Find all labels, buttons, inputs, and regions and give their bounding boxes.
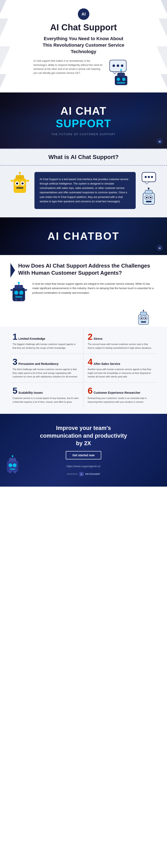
svg-point-67	[145, 317, 146, 319]
svg-rect-15	[115, 76, 127, 85]
cta-url: https://www.supportgenie.io/	[12, 465, 155, 468]
svg-rect-62	[138, 314, 149, 324]
svg-rect-30	[16, 187, 24, 189]
challenge-title-4: After-Sales Service	[93, 362, 120, 366]
powered-by-row: powered by P PIKTOCHART	[12, 472, 155, 476]
piktochart-icon: P	[79, 472, 83, 476]
svg-point-74	[13, 463, 16, 467]
svg-point-48	[148, 188, 150, 189]
svg-rect-34	[26, 180, 29, 182]
challenge-text-2: The second issue with human customer ser…	[88, 342, 155, 350]
svg-point-38	[151, 176, 153, 178]
svg-marker-6	[157, 46, 167, 69]
banner-support-text: SUPPORT	[51, 117, 116, 130]
right-decoration	[155, 0, 167, 92]
svg-rect-71	[7, 461, 18, 472]
svg-text:AI: AI	[159, 141, 161, 143]
ai-chat-support-banner: AI CHAT SUPPORT THE FUTURE OF CUSTOMER S…	[0, 92, 167, 148]
cta-section: Improve your team's communication and pr…	[0, 414, 167, 487]
cta-get-started-button[interactable]: Get started now	[66, 451, 101, 459]
what-is-left-robot	[10, 172, 29, 196]
svg-point-73	[8, 463, 12, 467]
svg-point-45	[150, 197, 152, 198]
challenge-title-2: Stress	[93, 337, 102, 340]
challenge-item-4: 4 After-Sales Service Another issue with…	[83, 354, 157, 383]
challenge-number-6: 6	[88, 386, 92, 395]
left-decoration	[0, 0, 12, 92]
banner-tagline-suffix: OF CUSTOMER SUPPORT	[73, 133, 116, 136]
svg-marker-1	[0, 19, 8, 37]
svg-point-16	[117, 78, 120, 81]
svg-marker-39	[145, 182, 149, 184]
challenge-title-1: Limited Knowledge	[18, 337, 45, 340]
challenge-item-6: 6 Customer Experience Researcher Researc…	[83, 383, 157, 407]
challenge-number-1: 1	[12, 333, 17, 341]
how-does-robot-icon	[10, 282, 27, 304]
challenge-number-3: 3	[12, 358, 17, 366]
ai-chatbot-banner: AI CHATBOT AI	[0, 217, 167, 255]
svg-rect-63	[140, 312, 147, 315]
challenge-number-5: 5	[12, 386, 17, 395]
header-section: AI AI Chat Support Everything You Need t…	[0, 0, 167, 92]
svg-rect-61	[25, 289, 27, 291]
robot-left-icon	[10, 172, 29, 195]
svg-point-13	[121, 64, 123, 67]
what-is-heading: What is AI Chat Support?	[8, 154, 159, 160]
svg-marker-3	[0, 74, 6, 88]
challenges-grid: 1 Limited Knowledge The biggest challeng…	[0, 327, 167, 414]
platform-name: PIKTOCHART	[85, 473, 100, 475]
banner-tagline-prefix: THE FUTURE	[51, 133, 73, 136]
svg-rect-41	[145, 190, 153, 194]
svg-marker-4	[161, 0, 167, 14]
svg-point-79	[12, 456, 13, 457]
svg-rect-55	[15, 296, 22, 298]
svg-rect-52	[14, 285, 23, 289]
svg-rect-76	[9, 471, 11, 473]
svg-rect-46	[146, 201, 152, 202]
chatbot-logo: AI	[157, 245, 163, 252]
svg-point-21	[120, 69, 122, 71]
challenge-title-5: Scalability Issues	[18, 391, 43, 394]
challenge-item-1: 1 Limited Knowledge The biggest challeng…	[10, 329, 83, 354]
svg-point-44	[146, 197, 148, 198]
svg-rect-51	[12, 288, 25, 301]
svg-rect-75	[10, 468, 15, 470]
svg-point-37	[148, 176, 150, 178]
svg-point-59	[18, 282, 20, 284]
svg-point-28	[16, 182, 18, 185]
svg-point-66	[141, 317, 142, 319]
how-does-title: How Does AI Chat Support Address the Cha…	[18, 262, 157, 277]
challenge-text-3: The third challenge with human customer …	[12, 368, 79, 379]
challenge-number-2: 2	[88, 333, 92, 341]
svg-rect-68	[141, 321, 146, 322]
svg-point-70	[143, 310, 144, 311]
svg-rect-24	[13, 178, 26, 193]
header-description: AI chat support that makes it so revolut…	[33, 59, 105, 75]
svg-rect-18	[117, 82, 125, 84]
svg-rect-60	[10, 289, 12, 291]
header-robot-icon	[109, 59, 134, 86]
page-title: AI Chat Support	[12, 22, 155, 32]
svg-point-29	[22, 182, 24, 185]
challenge-text-5: Customer service is a crucial aspect of …	[12, 397, 79, 404]
svg-rect-33	[10, 180, 13, 182]
cta-robot-icon	[5, 456, 20, 473]
challenge-item-3: 3 Persuasion and Redundancy The third ch…	[10, 354, 83, 383]
cta-robot-decoration	[5, 456, 20, 474]
svg-marker-14	[113, 71, 117, 74]
powered-by-label: powered by	[67, 473, 78, 475]
chatbot-banner-title: AI CHATBOT	[48, 230, 120, 242]
what-is-heading-bar: What is AI Chat Support?	[0, 149, 167, 166]
svg-rect-25	[16, 175, 24, 179]
small-robot-icon	[137, 310, 150, 326]
svg-point-32	[19, 172, 21, 174]
robot-right-icon	[141, 188, 157, 206]
challenge-text-1: The biggest challenge with human custome…	[12, 342, 79, 350]
challenges-robot-icon	[10, 282, 27, 303]
challenge-title-3: Persuasion and Redundancy	[18, 362, 58, 366]
svg-point-12	[117, 64, 119, 67]
banner-ai-text: AI CHAT	[51, 105, 116, 117]
what-is-right-robots	[141, 172, 157, 206]
svg-marker-0	[0, 0, 6, 14]
what-is-text-box: AI Chat Support is a text-based chat int…	[35, 172, 136, 209]
